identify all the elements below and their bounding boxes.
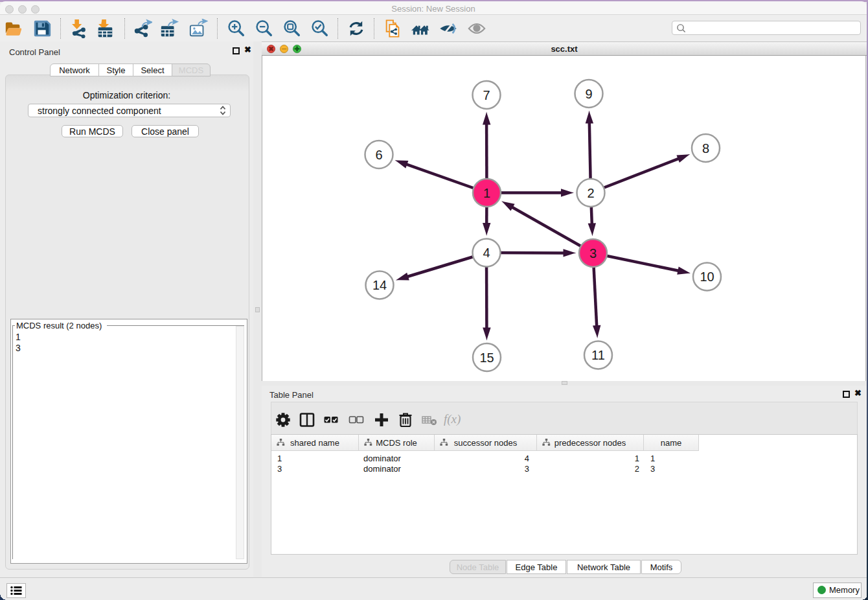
svg-text:11: 11	[591, 348, 605, 362]
svg-text:8: 8	[702, 141, 709, 156]
svg-text:7: 7	[483, 88, 490, 102]
svg-text:15: 15	[479, 351, 494, 365]
svg-text:4: 4	[483, 246, 490, 260]
svg-text:f(x): f(x)	[444, 412, 461, 426]
svg-text:10: 10	[700, 270, 714, 284]
svg-text:3: 3	[589, 246, 597, 260]
svg-text:6: 6	[375, 148, 382, 162]
svg-text:2: 2	[587, 186, 594, 200]
svg-text:14: 14	[372, 278, 387, 292]
svg-text:1: 1	[483, 186, 490, 200]
svg-text:9: 9	[585, 87, 592, 101]
